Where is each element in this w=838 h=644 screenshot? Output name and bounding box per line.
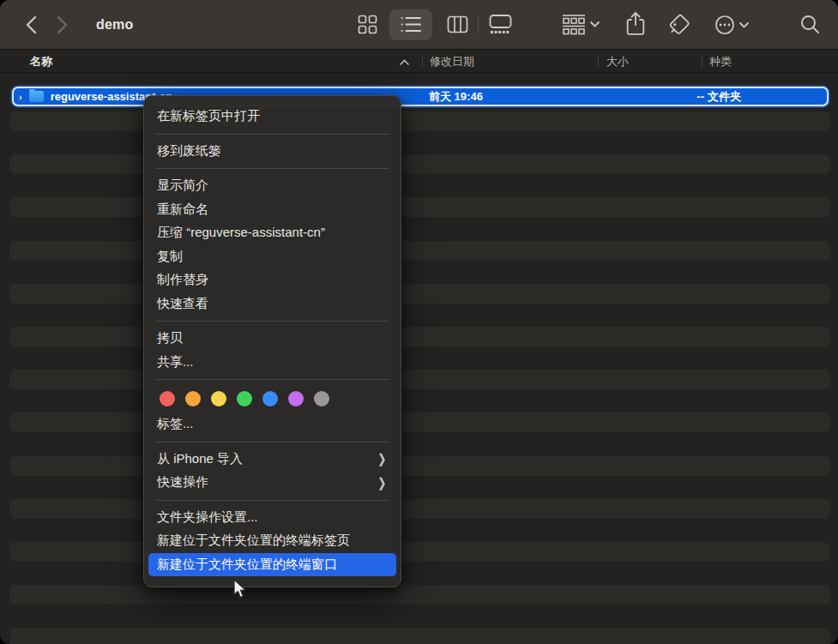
- share-button[interactable]: [625, 11, 646, 36]
- search-button[interactable]: [800, 15, 820, 34]
- menu-item-quick-actions[interactable]: 快速操作❯: [148, 471, 396, 495]
- tag-color-dot[interactable]: [237, 391, 252, 406]
- list-row-stripe: [9, 370, 830, 389]
- chevron-down-icon: [590, 21, 600, 27]
- context-menu: 在新标签页中打开移到废纸篓显示简介重新命名压缩 “reguverse-assis…: [143, 95, 401, 587]
- menu-item-duplicate[interactable]: 复制: [148, 245, 396, 269]
- selected-file-row[interactable]: › reguverse-assistant-cn 前天 19:46 -- 文件夹: [12, 87, 829, 106]
- list-row-stripe: [9, 327, 830, 346]
- menu-item-label: 复制: [157, 249, 388, 265]
- tag-color-dot[interactable]: [211, 391, 226, 406]
- menu-item-label: 压缩 “reguverse-assistant-cn”: [157, 225, 388, 241]
- menu-item-label: 从 iPhone 导入: [157, 451, 377, 467]
- toolbar-divider: [478, 15, 479, 34]
- list-row-stripe: [9, 628, 830, 644]
- list-row-stripe: [9, 284, 830, 304]
- file-kind: 文件夹: [708, 88, 741, 105]
- menu-item-rename[interactable]: 重新命名: [148, 198, 396, 222]
- tag-color-row: [144, 385, 401, 412]
- column-header-modified[interactable]: 修改日期: [430, 51, 474, 73]
- list-row-stripe: [9, 154, 830, 174]
- column-header-row: 名称 修改日期 大小 种类: [0, 51, 838, 73]
- list-row-stripe: [9, 585, 830, 605]
- column-divider[interactable]: [422, 55, 423, 69]
- group-by-button[interactable]: [562, 14, 600, 35]
- mouse-cursor: [232, 578, 247, 599]
- file-size: --: [679, 88, 704, 105]
- finder-window: demo: [0, 0, 838, 644]
- list-row-stripe: [9, 412, 830, 432]
- tag-color-dot[interactable]: [160, 391, 175, 406]
- column-divider[interactable]: [702, 55, 702, 69]
- search-icon: [800, 15, 820, 34]
- icon-view-icon: [358, 15, 377, 34]
- menu-item-get-info[interactable]: 显示简介: [148, 174, 396, 198]
- menu-item-make-alias[interactable]: 制作替身: [148, 268, 396, 292]
- more-actions-button[interactable]: [714, 15, 749, 35]
- sort-ascending-icon: [400, 51, 409, 73]
- menu-divider: [156, 379, 389, 380]
- menu-item-share[interactable]: 共享...: [148, 351, 396, 375]
- menu-item-label: 在新标签页中打开: [157, 108, 388, 124]
- menu-item-label: 文件夹操作设置...: [157, 509, 388, 526]
- menu-item-open-in-new-tab[interactable]: 在新标签页中打开: [148, 105, 396, 129]
- menu-item-folder-actions-setup[interactable]: 文件夹操作设置...: [148, 506, 396, 530]
- menu-item-label: 新建位于文件夹位置的终端标签页: [157, 533, 388, 549]
- back-button[interactable]: [17, 11, 45, 39]
- share-icon: [625, 11, 646, 36]
- gallery-view-button[interactable]: [488, 13, 513, 36]
- tag-color-dot[interactable]: [288, 391, 304, 406]
- window-title: demo: [96, 0, 133, 50]
- tag-icon: [667, 13, 691, 36]
- tag-button[interactable]: [667, 13, 691, 36]
- list-view-icon: [401, 15, 422, 34]
- column-divider[interactable]: [598, 55, 599, 69]
- disclosure-chevron-icon[interactable]: ›: [19, 92, 22, 102]
- icon-view-button[interactable]: [358, 15, 377, 34]
- menu-item-new-terminal-tab-at-folder[interactable]: 新建位于文件夹位置的终端标签页: [148, 529, 396, 553]
- group-by-icon: [562, 14, 586, 35]
- forward-icon: [56, 15, 69, 34]
- chevron-down-icon: [739, 22, 749, 28]
- menu-divider: [156, 168, 389, 169]
- menu-item-label: 共享...: [157, 354, 388, 370]
- menu-item-quick-look[interactable]: 快速查看: [148, 292, 396, 316]
- menu-divider: [156, 500, 389, 501]
- back-icon: [25, 15, 38, 34]
- folder-icon: [29, 91, 44, 102]
- list-row-stripe: [9, 456, 830, 476]
- list-view-button[interactable]: [401, 15, 422, 34]
- menu-item-label: 显示简介: [157, 178, 388, 194]
- column-view-icon: [447, 15, 468, 34]
- menu-item-label: 重新命名: [157, 202, 388, 218]
- list-row-stripe: [9, 197, 830, 217]
- toolbar: demo: [0, 0, 838, 50]
- menu-item-import-from-iphone[interactable]: 从 iPhone 导入❯: [148, 448, 396, 472]
- menu-item-label: 新建位于文件夹位置的终端窗口: [157, 557, 388, 573]
- menu-item-new-terminal-window-at-folder[interactable]: 新建位于文件夹位置的终端窗口: [148, 553, 396, 577]
- menu-item-move-to-trash[interactable]: 移到废纸篓: [148, 140, 396, 164]
- menu-item-copy[interactable]: 拷贝: [148, 327, 396, 351]
- gallery-view-icon: [488, 13, 513, 36]
- column-header-kind[interactable]: 种类: [709, 51, 732, 73]
- menu-item-label: 制作替身: [157, 272, 388, 288]
- forward-button[interactable]: [48, 11, 75, 39]
- menu-item-compress[interactable]: 压缩 “reguverse-assistant-cn”: [148, 221, 396, 245]
- menu-item-label: 快速操作: [157, 474, 377, 491]
- menu-divider: [156, 134, 389, 135]
- tag-color-dot[interactable]: [262, 391, 278, 406]
- list-row-stripe: [9, 111, 830, 131]
- menu-item-tags[interactable]: 标签...: [148, 412, 396, 436]
- column-header-name[interactable]: 名称: [30, 51, 52, 73]
- submenu-chevron-icon: ❯: [378, 475, 387, 491]
- list-row-stripe: [9, 241, 830, 261]
- tag-color-dot[interactable]: [314, 391, 329, 406]
- menu-divider: [156, 442, 389, 442]
- list-row-stripe: [9, 542, 830, 562]
- menu-item-label: 移到废纸篓: [157, 143, 388, 159]
- tag-color-dot[interactable]: [185, 391, 201, 406]
- column-view-button[interactable]: [447, 15, 468, 34]
- menu-item-label: 标签...: [157, 416, 388, 432]
- column-header-size[interactable]: 大小: [606, 51, 629, 73]
- menu-item-label: 快速查看: [157, 296, 388, 312]
